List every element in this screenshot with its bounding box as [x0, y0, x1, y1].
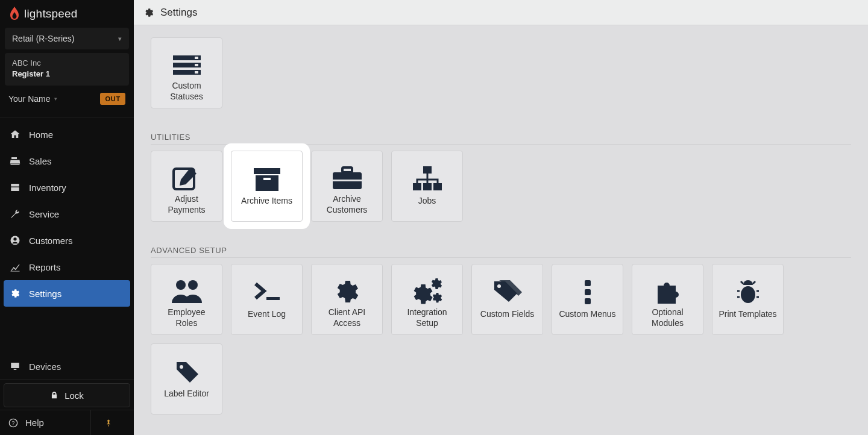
svg-rect-20 — [433, 183, 442, 190]
nav-home[interactable]: Home — [0, 121, 134, 148]
help-button[interactable]: ? Help — [8, 418, 44, 428]
svg-rect-27 — [585, 298, 591, 304]
tile-custom-fields[interactable]: Custom Fields — [471, 264, 543, 335]
tile-archive-customers[interactable]: Archive Customers — [311, 151, 383, 222]
gear-icon — [143, 7, 154, 18]
wrench-icon — [10, 208, 20, 219]
nav-label: Service — [29, 209, 59, 219]
nav-reports[interactable]: Reports — [0, 254, 134, 280]
main: Settings Custom Statuses UTILITIES Adjus… — [134, 0, 868, 435]
tile-label: Custom Menus — [559, 309, 615, 320]
terminal-icon — [252, 275, 282, 309]
monitor-icon — [10, 361, 20, 372]
help-label: Help — [25, 418, 44, 428]
tile-label: Custom Fields — [480, 309, 534, 320]
svg-point-22 — [188, 280, 198, 290]
tile-adjust-payments[interactable]: Adjust Payments — [151, 151, 222, 222]
tile-client-api-access[interactable]: Client API Access — [311, 264, 383, 335]
tile-label-editor[interactable]: Label Editor — [151, 343, 222, 415]
help-circle-icon: ? — [8, 418, 18, 428]
svg-point-21 — [176, 280, 186, 290]
help-row: ? Help — [0, 410, 134, 435]
briefcase-icon — [332, 162, 363, 194]
nav-inventory[interactable]: Inventory — [0, 174, 134, 201]
status-badge[interactable]: OUT — [100, 93, 125, 105]
section-utilities-title: UTILITIES — [151, 133, 851, 145]
nav-label: Reports — [29, 262, 61, 272]
top-tiles: Custom Statuses — [151, 37, 851, 108]
tile-print-templates[interactable]: Print Templates — [712, 264, 784, 335]
svg-rect-8 — [195, 64, 198, 66]
svg-rect-26 — [585, 289, 591, 295]
nav-customers[interactable]: Customers — [0, 227, 134, 254]
bug-icon — [736, 275, 760, 309]
svg-point-1 — [13, 238, 16, 241]
svg-point-28 — [741, 286, 755, 303]
register-name: Register 1 — [12, 69, 122, 80]
lock-label: Lock — [64, 390, 84, 401]
user-circle-icon — [10, 235, 20, 246]
advanced-grid: Employee Roles Event Log Client API Acce… — [151, 264, 851, 415]
account-box[interactable]: ABC Inc Register 1 — [5, 53, 129, 86]
gears-icon — [410, 275, 444, 307]
product-selector[interactable]: Retail (R-Series) ▾ — [5, 28, 129, 49]
gear-icon — [333, 275, 362, 307]
user-row: Your Name ▾ OUT — [0, 86, 134, 113]
nav-devices[interactable]: Devices — [0, 354, 134, 380]
tile-integration-setup[interactable]: Integration Setup — [391, 264, 463, 335]
pin-icon — [104, 418, 113, 428]
svg-point-24 — [497, 284, 501, 288]
list-icon — [172, 49, 202, 81]
product-selector-label: Retail (R-Series) — [12, 34, 74, 43]
user-name: Your Name — [8, 94, 51, 104]
tile-jobs[interactable]: Jobs — [391, 151, 463, 222]
company-name: ABC Inc — [12, 58, 122, 69]
brand-text: lightspeed — [24, 7, 78, 20]
nav-label: Settings — [29, 289, 61, 299]
devices-label: Devices — [29, 361, 61, 372]
lock-button[interactable]: Lock — [4, 383, 130, 407]
chart-icon — [10, 261, 20, 272]
svg-text:?: ? — [12, 420, 15, 426]
tile-employee-roles[interactable]: Employee Roles — [151, 264, 222, 335]
tile-archive-items[interactable]: Archive Items — [231, 151, 303, 222]
nav-sales[interactable]: Sales — [0, 148, 134, 174]
tags-icon — [492, 275, 523, 309]
tag-icon — [173, 355, 201, 389]
nav-label: Inventory — [29, 183, 66, 193]
logo: lightspeed — [0, 0, 134, 28]
home-icon — [10, 129, 20, 140]
nav-service[interactable]: Service — [0, 201, 134, 227]
tile-label: Adjust Payments — [156, 194, 217, 215]
nav-label: Sales — [29, 156, 52, 166]
tile-label: Optional Modules — [637, 307, 698, 328]
nav-label: Home — [29, 130, 53, 140]
tile-label: Employee Roles — [156, 307, 217, 328]
user-menu[interactable]: Your Name ▾ — [8, 94, 57, 104]
users-icon — [171, 275, 203, 307]
svg-rect-14 — [342, 167, 352, 172]
svg-rect-11 — [254, 168, 280, 174]
tile-label: Print Templates — [719, 309, 776, 320]
tile-custom-menus[interactable]: Custom Menus — [552, 264, 623, 335]
svg-rect-12 — [256, 175, 278, 191]
nav-settings[interactable]: Settings — [4, 280, 130, 307]
gear-icon — [10, 288, 20, 299]
svg-rect-13 — [263, 178, 271, 180]
svg-rect-18 — [413, 183, 421, 190]
tile-event-log[interactable]: Event Log — [231, 264, 303, 335]
tile-label: Label Editor — [164, 389, 209, 399]
tile-label: Archive Customers — [316, 194, 377, 215]
tile-label: Archive Items — [241, 196, 292, 207]
tile-custom-statuses[interactable]: Custom Statuses — [151, 37, 222, 108]
tile-optional-modules[interactable]: Optional Modules — [632, 264, 703, 335]
puzzle-icon — [654, 275, 682, 307]
chevron-down-icon: ▾ — [54, 96, 57, 102]
logo-flame-icon — [8, 7, 20, 21]
tile-label: Integration Setup — [397, 307, 458, 328]
svg-rect-16 — [333, 180, 362, 181]
chevron-down-icon: ▾ — [118, 35, 122, 43]
pin-button[interactable] — [90, 410, 125, 436]
sitemap-icon — [411, 162, 444, 196]
main-nav: Home Sales Inventory Service Customers R… — [0, 117, 134, 354]
